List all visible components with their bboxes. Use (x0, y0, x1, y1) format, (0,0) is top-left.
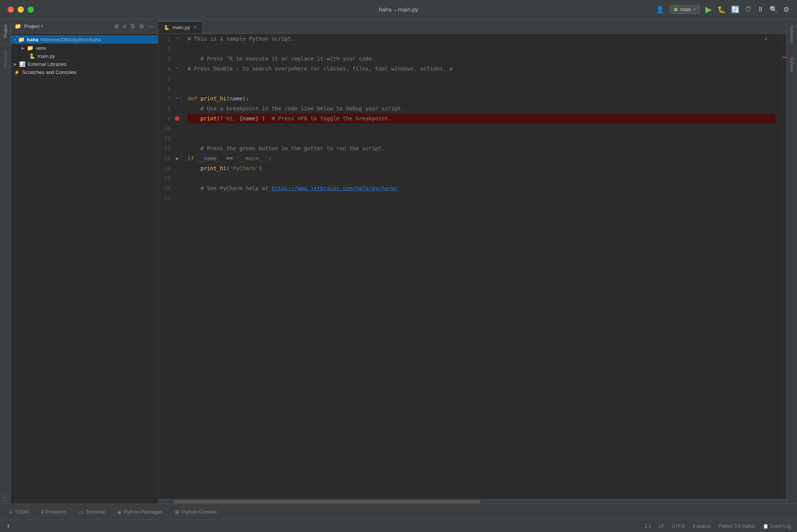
tree-item-label: Scratches and Consoles (22, 69, 76, 75)
event-log-button[interactable]: 📋 Event Log (763, 524, 791, 529)
run-arrow-icon[interactable]: ▶ (176, 156, 179, 161)
checkmark-icon: ✓ (720, 34, 776, 48)
status-git-icon[interactable]: ⬆ (6, 523, 11, 529)
tree-item-scratches[interactable]: ⚡ Scratches and Consoles (11, 68, 158, 76)
scroll-indicator (782, 57, 786, 58)
problems-label: Problems (46, 509, 67, 515)
profile-button[interactable]: ⏱ (745, 5, 752, 13)
git-button[interactable]: 👤 (656, 5, 664, 14)
status-right: 1:1 LF UTF-8 4 spaces Python 3.9 (haha) … (645, 524, 791, 529)
line-num-7: 7 (158, 96, 173, 102)
line-ending[interactable]: LF (659, 524, 664, 529)
code-keyword: if (188, 155, 197, 161)
encoding[interactable]: UTF-8 (672, 524, 685, 529)
tree-item-mainpy[interactable]: 🐍 main.py (11, 52, 158, 60)
add-content-button[interactable]: ⊕ (114, 23, 119, 30)
search-everywhere-button[interactable]: 🔍 (769, 5, 778, 14)
run-config-name: main (680, 7, 691, 12)
packages-icon: ◈ (117, 509, 122, 515)
tree-item-label: haha /Volumes/DBA/python/haha (27, 37, 101, 43)
run-coverage-button[interactable]: 🔄 (731, 5, 739, 14)
breakpoint-indicator[interactable] (175, 116, 179, 121)
more-run-button[interactable]: ⏸ (757, 5, 764, 13)
gutter-line-6: 6 (158, 84, 181, 94)
code-text: # Press Double ⇧ to search everywhere fo… (188, 66, 453, 72)
line-num-13: 13 (158, 156, 173, 161)
project-header-actions: ⊕ ≡ ⇅ ⚙ — (114, 23, 154, 30)
gutter-icons-9[interactable] (173, 116, 181, 121)
python-console-tab[interactable]: ⊞ Python Console (170, 507, 222, 517)
code-editor[interactable]: 1 ▼ 2 3 (158, 34, 786, 499)
expand-all-button[interactable]: ⇅ (130, 23, 135, 30)
folder-icon: 📁 (27, 45, 33, 51)
sciview-tab[interactable]: SciView (788, 54, 796, 75)
gutter-line-7: 7 ▼ (158, 94, 181, 103)
code-text: # Press ^R to execute it or replace it w… (188, 56, 375, 62)
code-line-15 (188, 173, 776, 183)
gutter-line-16: 16 (158, 183, 181, 193)
tree-item-venv[interactable]: ▶ 📁 venv (11, 44, 158, 52)
code-line-12: # Press the green button in the gutter t… (188, 143, 776, 153)
line-num-14: 14 (158, 166, 173, 171)
python-packages-tab[interactable]: ◈ Python Packages (112, 507, 168, 517)
code-link[interactable]: https://www.jetbrains.com/help/pycharm/ (272, 185, 398, 191)
settings-button[interactable]: ⚙ (783, 5, 789, 14)
code-line-4: # Press Double ⇧ to search everywhere fo… (188, 64, 776, 74)
project-settings-button[interactable]: ⚙ (139, 23, 144, 30)
tab-name: main.py (173, 25, 190, 30)
code-paren-close: ) (262, 115, 272, 122)
code-string: 'PyCharm' (230, 165, 259, 171)
gutter-line-9: 9 (158, 113, 181, 123)
tree-item-external-libraries[interactable]: ▶ 📊 External Libraries (11, 60, 158, 68)
code-line-8: # Use a breakpoint in the code line belo… (188, 103, 776, 113)
python-interpreter[interactable]: Python 3.9 (haha) (719, 524, 755, 529)
indent-setting[interactable]: 4 spaces (693, 524, 711, 529)
minimize-button[interactable] (18, 7, 24, 13)
code-content[interactable]: # This is a sample Python script. ✓ # Pr… (181, 34, 782, 499)
code-line-6 (188, 84, 776, 94)
tree-item-label: External Libraries (28, 61, 66, 67)
cursor-position[interactable]: 1:1 (645, 524, 651, 529)
structure-tab[interactable]: Structure (2, 47, 9, 71)
line-num-11: 11 (158, 136, 173, 141)
file-tab-icon: 🐍 (164, 25, 170, 30)
code-text: # See PyCharm help at (188, 185, 272, 191)
collapse-button[interactable]: ▪ (2, 494, 8, 501)
collapse-all-button[interactable]: ≡ (123, 23, 126, 30)
folder-icon: 📁 (18, 36, 25, 43)
project-dropdown-arrow[interactable]: ▾ (41, 24, 43, 29)
code-text: == (223, 155, 236, 161)
code-line-5 (188, 74, 776, 84)
database-tab[interactable]: Database (788, 22, 796, 46)
gutter-line-5: 5 (158, 74, 181, 84)
tab-mainpy[interactable]: 🐍 main.py ✕ (158, 21, 203, 33)
debug-button[interactable]: 🐛 (717, 5, 726, 14)
gutter-icons-1: ▼ (173, 37, 181, 41)
code-line-14: print_hi('PyCharm') (188, 163, 776, 173)
tree-item-haha[interactable]: ▾ 📁 haha /Volumes/DBA/python/haha (11, 35, 158, 44)
project-panel-title[interactable]: Project ▾ (24, 23, 43, 29)
line-gutter: 1 ▼ 2 3 (158, 34, 181, 499)
close-panel-button[interactable]: — (148, 23, 154, 30)
gutter-line-13: 13 ▶ (158, 153, 181, 163)
problems-tab[interactable]: ℹ Problems (36, 507, 72, 517)
gutter-line-1: 1 ▼ (158, 34, 181, 44)
maximize-button[interactable] (28, 7, 34, 13)
todo-tab[interactable]: ≡ TODO (4, 507, 35, 517)
project-header: 📁 Project ▾ ⊕ ≡ ⇅ ⚙ — (11, 19, 158, 34)
terminal-tab[interactable]: ▭ Terminal (73, 507, 110, 517)
tree-item-label: main.py (38, 53, 55, 59)
run-button[interactable]: ▶ (705, 5, 712, 15)
horizontal-scrollbar[interactable] (158, 499, 786, 504)
gutter-icons-13[interactable]: ▶ (173, 156, 181, 161)
code-text: ) (259, 165, 262, 171)
right-vtabs: Database SciView (786, 19, 797, 504)
project-tab[interactable]: Project (2, 21, 9, 41)
run-config[interactable]: main ▾ (670, 5, 700, 14)
code-line-11 (188, 133, 776, 143)
editor-scroll-gutter (782, 34, 786, 499)
close-button[interactable] (8, 7, 14, 13)
tab-close-button[interactable]: ✕ (193, 25, 197, 30)
scrollbar-thumb[interactable] (174, 500, 481, 503)
line-num-10: 10 (158, 126, 173, 131)
